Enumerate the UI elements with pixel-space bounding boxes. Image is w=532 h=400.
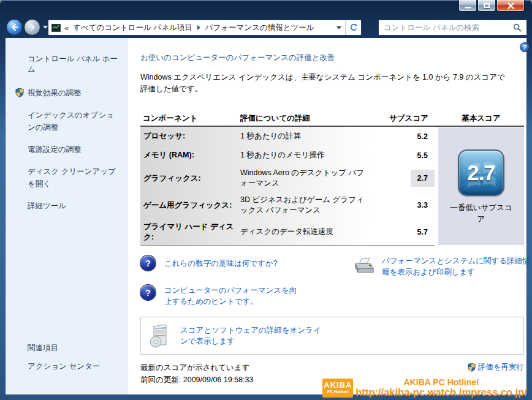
component-cell: ゲーム用グラフィックス:	[140, 200, 237, 211]
what-numbers-link[interactable]: これらの数字の意味は何ですか?	[164, 258, 278, 269]
sidebar-item-action-center[interactable]: アクション センター	[6, 360, 128, 372]
table-row: メモリ (RAM): 1 秒あたりのメモリ操作 5.5	[140, 146, 435, 165]
column-header-detail: 評価についての詳細	[237, 113, 369, 124]
help-icon: ?	[523, 43, 527, 51]
detail-cell: 3D ビジネスおよびゲーム グラフィックス パフォーマンス	[237, 195, 369, 216]
sidebar-task-list: 視覚効果の調整 インデックスのオプションの調整 電源設定の調整 ディスク クリー…	[6, 87, 128, 212]
performance-tips-link[interactable]: コンピューターのパフォーマンスを向上するためのヒントです。	[164, 285, 304, 307]
subscore-cell: 5.7	[369, 224, 435, 241]
performance-tips-link-group: ? コンピューターのパフォーマンスを向上するためのヒントです。	[140, 285, 355, 307]
sidebar-item-indexing-options[interactable]: インデックスのオプションの調整	[6, 109, 128, 134]
print-details-link-group: パフォーマンスとシステムに関する詳細情報を表示および印刷します	[352, 255, 532, 277]
page-title: お使いのコンピューターのパフォーマンスの評価と改善	[140, 53, 532, 63]
table-row: プライマリ ハード ディスク: ディスクのデータ転送速度 5.7	[140, 219, 435, 245]
sidebar-item-label: アクション センター	[28, 362, 100, 371]
search-icon[interactable]	[513, 23, 522, 32]
search-box[interactable]: コントロール パネルの検索	[378, 20, 527, 36]
detail-cell: 1 秒あたりの計算	[237, 131, 369, 142]
software-box-icon	[148, 323, 170, 349]
subscore-cell: 5.2	[369, 128, 435, 145]
subscore-cell-lowest: 2.7	[369, 170, 435, 187]
base-score-badge: 2.7	[458, 149, 504, 196]
recent-pages-dropdown-icon[interactable]	[43, 26, 48, 29]
related-items-header: 関連項目	[6, 343, 128, 353]
intro-text: Windows エクスペリエンス インデックスは、主要なシステム コンポーネント…	[140, 72, 508, 95]
refresh-button[interactable]	[345, 20, 361, 35]
table-rows: プロセッサ: 1 秒あたりの計算 5.2 メモリ (RAM): 1 秒あたりのメ…	[140, 127, 435, 246]
search-input[interactable]: コントロール パネルの検索	[384, 23, 513, 33]
sidebar: コントロール パネル ホーム 視覚効果の調整	[6, 38, 128, 394]
maximize-button[interactable]	[477, 0, 496, 12]
subscore-cell: 5.5	[369, 147, 435, 164]
sidebar-item-home[interactable]: コントロール パネル ホーム	[6, 54, 128, 75]
minimize-button[interactable]	[458, 0, 477, 12]
component-cell: グラフィックス:	[140, 173, 237, 184]
window: « すべてのコントロール パネル項目 パフォーマンスの情報とツール コントロール…	[0, 0, 532, 400]
rerun-assessment-link[interactable]: 評価を再実行	[467, 362, 524, 372]
base-score-value: 2.7	[467, 160, 495, 185]
what-numbers-link-group: ? これらの数字の意味は何ですか?	[140, 255, 355, 271]
subscore-cell: 3.3	[369, 197, 435, 214]
address-dropdown-button[interactable]	[333, 20, 345, 35]
back-arrow-icon	[10, 23, 19, 32]
question-icon[interactable]: ?	[140, 285, 156, 300]
uac-shield-icon	[15, 88, 25, 101]
forward-arrow-icon	[28, 23, 37, 32]
print-details-link[interactable]: パフォーマンスとシステムに関する詳細情報を表示および印刷します	[382, 255, 532, 277]
sidebar-item-power-settings[interactable]: 電源設定の調整	[6, 143, 128, 156]
caption-buttons	[458, 0, 525, 12]
rerun-assessment-label: 評価を再実行	[478, 362, 524, 372]
table-header-row: コンポーネント 評価についての詳細 サブスコア 基本スコア	[140, 111, 524, 127]
column-header-component: コンポーネント	[140, 113, 237, 124]
online-details-link[interactable]: スコアとソフトウェアの詳細をオンラインで表示します	[180, 325, 322, 347]
breadcrumb-arrow-icon[interactable]	[197, 25, 200, 30]
refresh-icon	[349, 23, 358, 32]
column-header-base-score: 基本スコア	[438, 113, 524, 124]
base-score-caption: 一番低いサブスコア	[449, 202, 513, 225]
component-cell: プライマリ ハード ディスク:	[140, 222, 237, 243]
sidebar-item-disk-cleanup[interactable]: ディスク クリーンアップを開く	[6, 165, 128, 190]
breadcrumb-item-performance-tools[interactable]: パフォーマンスの情報とツール	[205, 23, 314, 33]
sidebar-item-label: 視覚効果の調整	[28, 89, 82, 97]
breadcrumb-overflow-button[interactable]: «	[64, 23, 69, 32]
toolbar: « すべてのコントロール パネル項目 パフォーマンスの情報とツール コントロール…	[5, 18, 527, 38]
latest-score-text: 最新のスコアが示されています	[140, 361, 467, 374]
sidebar-item-label: 電源設定の調整	[28, 145, 82, 154]
sidebar-item-label: ディスク クリーンアップを開く	[28, 167, 116, 188]
sidebar-item-label: 詳細ツール	[28, 202, 66, 210]
content-area: コントロール パネル ホーム 視覚効果の調整	[5, 38, 527, 395]
akiba-logo-subtext: PC Hotline!	[322, 390, 353, 394]
close-button[interactable]	[496, 0, 525, 12]
detail-cell: 1 秒あたりのメモリ操作	[237, 150, 369, 160]
main-panel: ? お使いのコンピューターのパフォーマンスの評価と改善 Windows エクスペ…	[128, 38, 532, 394]
maximize-icon	[484, 3, 490, 8]
component-cell: プロセッサ:	[140, 131, 237, 142]
table-row: ゲーム用グラフィックス: 3D ビジネスおよびゲーム グラフィックス パフォーマ…	[140, 192, 435, 219]
watermark: AKIBA PC Hotline! AKIBA PC Hotline! http…	[322, 378, 527, 398]
close-icon	[507, 2, 514, 9]
help-button[interactable]: ?	[520, 42, 530, 52]
titlebar[interactable]	[0, 0, 532, 17]
akiba-logo: AKIBA PC Hotline!	[322, 379, 353, 398]
sidebar-item-label: インデックスのオプションの調整	[28, 111, 114, 132]
back-button[interactable]	[6, 19, 23, 36]
component-cell: メモリ (RAM):	[140, 150, 237, 160]
forward-button[interactable]	[24, 19, 40, 36]
minimize-icon	[465, 7, 471, 9]
uac-shield-icon	[467, 363, 476, 372]
watermark-site-name: AKIBA PC Hotline!	[355, 378, 527, 387]
watermark-site-url: http://akiba-pc.watch.impress.co.jp/	[355, 387, 527, 398]
table-row: プロセッサ: 1 秒あたりの計算 5.2	[140, 127, 435, 146]
address-bar[interactable]: « すべてのコントロール パネル項目 パフォーマンスの情報とツール	[48, 20, 362, 36]
performance-monitor-icon	[51, 24, 61, 32]
column-header-subscore: サブスコア	[369, 113, 435, 124]
detail-cell: Windows Aero のデスクトップ パフォーマンス	[237, 168, 369, 189]
table-row: グラフィックス: Windows Aero のデスクトップ パフォーマンス 2.…	[140, 165, 435, 192]
chevron-down-icon	[336, 26, 341, 29]
sidebar-item-visual-effects[interactable]: 視覚効果の調整	[6, 87, 128, 99]
sidebar-related-section: 関連項目 アクション センター	[6, 343, 128, 372]
sidebar-item-advanced-tools[interactable]: 詳細ツール	[6, 200, 128, 212]
breadcrumb-item-all-panel-items[interactable]: すべてのコントロール パネル項目	[73, 23, 192, 33]
question-icon[interactable]: ?	[140, 255, 156, 271]
wei-score-table: コンポーネント 評価についての詳細 サブスコア 基本スコア プロセッサ: 1 秒…	[140, 111, 524, 246]
